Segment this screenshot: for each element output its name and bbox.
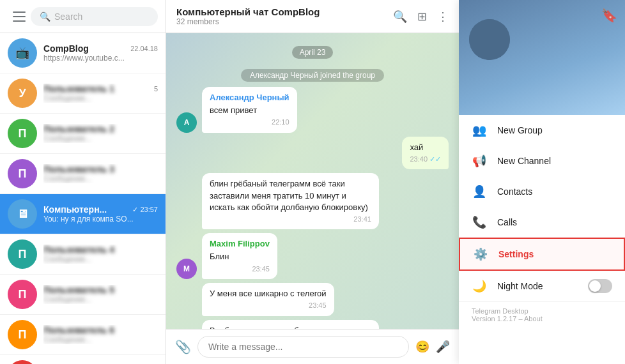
system-message: Александр Черный joined the group xyxy=(176,69,449,80)
calls-icon: 📞 xyxy=(472,215,487,230)
chat-avatar: 🖥 xyxy=(8,199,37,229)
chat-info: Пользователь 6Сообщение... xyxy=(43,325,158,344)
message-bubble-outgoing: хай 23:40 ✓✓ xyxy=(402,137,449,170)
chat-name: Пользователь 2 xyxy=(43,124,114,134)
new-channel-icon: 📢 xyxy=(472,153,487,169)
new-channel-label: New Channel xyxy=(497,156,551,166)
chat-avatar: П xyxy=(8,239,37,269)
chat-preview: Сообщение... xyxy=(43,255,158,264)
date-text: April 23 xyxy=(292,46,334,59)
emoji-button[interactable]: 😊 xyxy=(415,340,429,354)
chat-header-info: Компьютерный чат CompBlog 32 members xyxy=(176,6,393,26)
chat-info: Пользователь 15Сообщение... xyxy=(43,84,158,103)
message-row-incoming: MMaxim Filippov Блин 23:45 xyxy=(176,233,449,279)
message-bubble-incoming: блин грёбаный телеграмм всё таки застави… xyxy=(202,173,379,229)
message-row-incoming: Вообще вот в начале были и все, а так ле… xyxy=(176,320,449,329)
message-input[interactable] xyxy=(197,336,409,358)
chat-name: Компьютерн... xyxy=(43,204,107,215)
message-sender: Maxim Filippov xyxy=(210,238,270,250)
attach-button[interactable]: 📎 xyxy=(175,339,191,354)
message-bubble-incoming: Александр Черный всем привет 22:10 xyxy=(202,87,297,133)
message-avatar: M xyxy=(176,259,197,279)
chat-info: Пользователь 4Сообщение... xyxy=(43,245,158,264)
calls-item[interactable]: 📞 Calls xyxy=(459,207,625,238)
chat-name: CompBlog xyxy=(43,43,89,54)
chat-list-item[interactable]: ППользователь 4Сообщение... xyxy=(0,234,166,275)
message-text: У меня все шикарно с телегой xyxy=(210,288,327,300)
chat-preview: Сообщение... xyxy=(43,94,158,103)
chat-title: Компьютерный чат CompBlog xyxy=(176,6,393,17)
chat-name: Пользователь 4 xyxy=(43,245,114,255)
hamburger-button[interactable] xyxy=(8,5,31,28)
chat-preview: Сообщение... xyxy=(43,174,158,183)
chat-time: 22.04.18 xyxy=(130,45,158,52)
sidebar: 🔍 Search 📺CompBlog22.04.18https://www.yo… xyxy=(0,0,166,364)
chat-avatar: П xyxy=(8,119,37,148)
new-group-item[interactable]: 👥 New Group xyxy=(459,115,625,146)
chat-info: Компьютерн...✓ 23:57You: ну я для компа … xyxy=(43,204,158,224)
contacts-icon: 👤 xyxy=(472,184,487,199)
chat-name: Пользователь 5 xyxy=(43,285,114,295)
date-badge: April 23 xyxy=(176,46,449,57)
chat-header: Компьютерный чат CompBlog 32 members 🔍 ⊞… xyxy=(166,0,459,33)
message-bubble-incoming: У меня все шикарно с телегой23:45 xyxy=(202,283,334,316)
more-options-button[interactable]: ⋮ xyxy=(437,10,449,24)
message-avatar: А xyxy=(176,112,197,133)
chat-info: CompBlog22.04.18https://www.youtube.c... xyxy=(43,43,158,63)
chat-list-item[interactable]: 📺CompBlog22.04.18https://www.youtube.c..… xyxy=(0,33,166,73)
profile-section: 🔖 xyxy=(459,0,625,115)
chat-time: 5 xyxy=(154,85,158,93)
settings-item[interactable]: ⚙️ Settings xyxy=(459,238,625,271)
message-row-incoming: блин грёбаный телеграмм всё таки застави… xyxy=(176,173,449,229)
search-chat-button[interactable]: 🔍 xyxy=(393,10,407,24)
message-text: Вообще вот в начале были и все, а так ле… xyxy=(210,325,371,329)
chat-preview: You: ну я для компа SO... xyxy=(43,215,158,224)
chat-avatar: П xyxy=(8,320,37,349)
chat-list-item[interactable]: УПользователь 15Сообщение... xyxy=(0,73,166,114)
message-text: Блин xyxy=(210,251,270,262)
view-mode-button[interactable]: ⊞ xyxy=(417,10,427,24)
sidebar-header: 🔍 Search xyxy=(0,0,166,33)
chat-preview: Сообщение... xyxy=(43,295,158,304)
message-text: всем привет xyxy=(210,105,289,116)
chat-list-item[interactable]: ППользователь 7Сообщение... xyxy=(0,355,166,364)
messages-inner: April 23Александр Черный joined the grou… xyxy=(176,41,449,329)
chat-list-item[interactable]: ППользователь 6Сообщение... xyxy=(0,315,166,355)
message-row-incoming: ААлександр Черный всем привет 22:10 xyxy=(176,87,449,133)
message-bubble-incoming: Вообще вот в начале были и все, а так ле… xyxy=(202,320,379,329)
calls-label: Calls xyxy=(497,217,517,227)
night-mode-toggle[interactable] xyxy=(588,279,612,293)
chat-list-item[interactable]: ППользователь 2Сообщение... xyxy=(0,114,166,154)
settings-label: Settings xyxy=(498,249,534,259)
chat-info: Пользователь 5Сообщение... xyxy=(43,285,158,304)
mic-button[interactable]: 🎤 xyxy=(436,340,450,354)
dropdown-menu: 🔖 👥 New Group 📢 New Channel 👤 Contacts 📞… xyxy=(459,0,625,364)
footer-version: Version 1.2.17 – About xyxy=(472,315,612,322)
search-box[interactable]: 🔍 Search xyxy=(31,7,158,26)
message-text: блин грёбаный телеграмм всё таки застави… xyxy=(210,178,371,213)
new-group-label: New Group xyxy=(497,125,543,135)
chat-list-item[interactable]: 🖥Компьютерн...✓ 23:57You: ну я для компа… xyxy=(0,194,166,234)
chat-input-area: 📎 😊 🎤 xyxy=(166,329,459,364)
message-time: 23:40 ✓✓ xyxy=(410,155,441,164)
chat-preview: https://www.youtube.c... xyxy=(43,54,158,63)
bookmark-icon[interactable]: 🔖 xyxy=(601,8,617,23)
main-chat: Компьютерный чат CompBlog 32 members 🔍 ⊞… xyxy=(166,0,459,364)
chat-info: Пользователь 3Сообщение... xyxy=(43,164,158,183)
new-channel-item[interactable]: 📢 New Channel xyxy=(459,146,625,176)
chat-avatar: 📺 xyxy=(8,38,37,68)
system-text: Александр Черный joined the group xyxy=(241,69,384,82)
messages-area: April 23Александр Черный joined the grou… xyxy=(166,33,459,329)
chat-info: Пользователь 2Сообщение... xyxy=(43,124,158,143)
chat-list-item[interactable]: ППользователь 5Сообщение... xyxy=(0,275,166,315)
chat-name: Пользователь 6 xyxy=(43,325,114,335)
night-mode-item: 🌙 Night Mode xyxy=(459,271,625,301)
message-row-outgoing: хай 23:40 ✓✓ xyxy=(176,137,449,170)
dropdown-footer: Telegram Desktop Version 1.2.17 – About xyxy=(459,301,625,328)
chat-list-item[interactable]: ППользователь 3Сообщение... xyxy=(0,154,166,194)
message-time: 23:45 xyxy=(210,264,270,274)
footer-app-name: Telegram Desktop xyxy=(472,307,612,315)
chat-preview: Сообщение... xyxy=(43,134,158,143)
contacts-item[interactable]: 👤 Contacts xyxy=(459,176,625,207)
message-bubble-incoming: Maxim Filippov Блин 23:45 xyxy=(202,233,277,279)
